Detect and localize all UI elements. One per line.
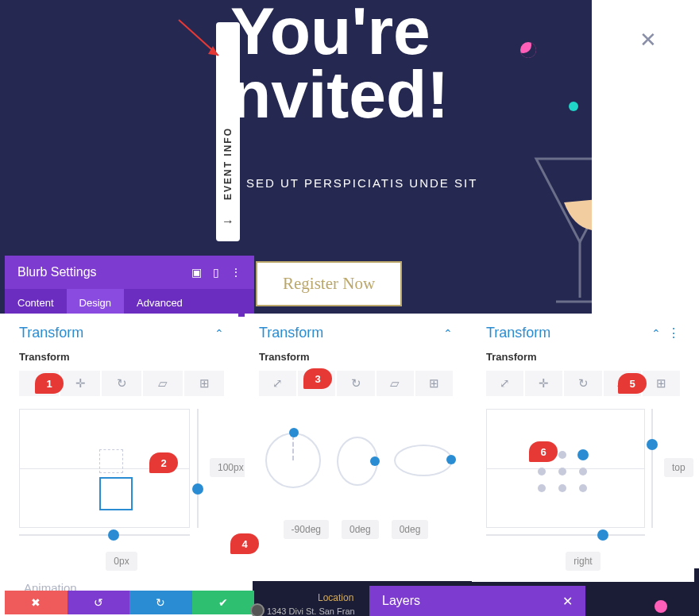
- tool-rotate[interactable]: ↻: [337, 371, 374, 396]
- horizontal-slider-thumb[interactable]: [597, 529, 608, 541]
- moon-icon: [520, 42, 536, 58]
- hero-subtitle: SED UT PERSPICIATIS UNDE SIT: [246, 176, 477, 190]
- settings-tabs: Content Design Advanced: [5, 289, 254, 317]
- focus-icon[interactable]: ▣: [191, 266, 202, 279]
- origin-preview[interactable]: [486, 409, 645, 528]
- tool-translate[interactable]: ✛: [298, 371, 335, 396]
- origin-x-value[interactable]: right: [566, 552, 600, 571]
- svg-line-0: [179, 20, 218, 56]
- rotate-x-handle[interactable]: [446, 455, 456, 464]
- horizontal-slider-track: [19, 534, 190, 536]
- origin-point[interactable]: [558, 451, 566, 459]
- origin-point-selected[interactable]: [577, 449, 589, 460]
- origin-point[interactable]: [538, 451, 546, 459]
- transform-panel-origin: Transform ⌃⋮ Transform ⤢ ✛ ↻ ▱ ⊞ top: [472, 314, 694, 582]
- rotate-z-value[interactable]: -90deg: [284, 520, 329, 539]
- chevron-up-icon[interactable]: ⌃: [651, 327, 661, 340]
- register-button[interactable]: Register Now: [256, 261, 402, 306]
- origin-point[interactable]: [558, 484, 566, 492]
- dial-indicator: [292, 435, 294, 460]
- columns-icon[interactable]: ▯: [213, 266, 219, 279]
- blurb-settings-panel: Blurb Settings ▣ ▯ ⋮ Content Design Adva…: [5, 256, 254, 317]
- horizontal-slider-track: [486, 534, 645, 536]
- tool-translate[interactable]: ✛: [525, 371, 562, 396]
- tool-origin[interactable]: ⊞: [184, 371, 224, 396]
- tab-content[interactable]: Content: [5, 289, 67, 317]
- hero-title-line2: nvited!: [230, 57, 449, 132]
- vertical-slider-thumb[interactable]: [647, 439, 658, 450]
- rotate-z-handle[interactable]: [289, 428, 299, 437]
- location-label: Location: [318, 592, 353, 603]
- vertical-slider-track: [651, 409, 653, 528]
- redo-button[interactable]: ↻: [129, 591, 192, 614]
- transform-panel-rotate: Transform ⌃ Transform ⤢ ✛ ↻ ▱ ⊞ -90deg 0…: [245, 314, 467, 550]
- location-address: 1343 Divi St. San Fran: [267, 606, 355, 616]
- discard-button[interactable]: ✖: [5, 591, 68, 614]
- offset-x-value[interactable]: 0px: [106, 552, 137, 571]
- original-shape-outline: [99, 449, 123, 473]
- arrow-right-icon: →: [222, 214, 234, 229]
- tab-design[interactable]: Design: [67, 289, 124, 317]
- origin-grid: [535, 449, 590, 493]
- chevron-up-icon[interactable]: ⌃: [214, 327, 224, 340]
- origin-point[interactable]: [538, 468, 546, 475]
- event-info-side-tab[interactable]: EVENT INFO →: [216, 22, 240, 241]
- resize-handle[interactable]: [250, 603, 265, 616]
- tool-scale[interactable]: ⤢: [19, 371, 59, 396]
- tool-origin[interactable]: ⊞: [643, 371, 680, 396]
- panel-action-bar: ✖ ↺ ↻ ✔: [5, 591, 254, 614]
- undo-button[interactable]: ↺: [68, 591, 130, 614]
- tool-skew[interactable]: ▱: [143, 371, 183, 396]
- rotate-x-dial[interactable]: [394, 445, 453, 476]
- tool-origin[interactable]: ⊞: [415, 371, 453, 396]
- section-heading[interactable]: Transform: [19, 325, 83, 341]
- vertical-slider-track: [197, 409, 199, 528]
- translate-preview[interactable]: [19, 409, 190, 528]
- transform-panel-translate: Transform ⌃ Transform ⤢ ✛ ↻ ▱ ⊞ 100px 0p…: [5, 314, 238, 582]
- confetti-dot: [569, 102, 578, 111]
- horizontal-slider-thumb[interactable]: [108, 529, 119, 541]
- close-icon[interactable]: ✕: [562, 594, 573, 609]
- layers-panel-header[interactable]: Layers ✕: [369, 586, 585, 616]
- hero-title: You're nvited!: [230, 0, 449, 127]
- section-heading[interactable]: Transform: [259, 325, 323, 341]
- vertical-slider-thumb[interactable]: [192, 483, 203, 495]
- tool-skew[interactable]: ▱: [377, 371, 414, 396]
- option-label: Transform: [5, 348, 238, 366]
- tool-skew[interactable]: ▱: [604, 371, 641, 396]
- close-icon[interactable]: ✕: [639, 28, 657, 52]
- layers-title: Layers: [382, 594, 420, 608]
- save-button[interactable]: ✔: [192, 591, 255, 614]
- origin-point[interactable]: [579, 468, 587, 475]
- tab-advanced[interactable]: Advanced: [124, 289, 195, 317]
- confetti-dot: [655, 600, 667, 613]
- option-label: Transform: [245, 348, 467, 366]
- tool-rotate[interactable]: ↻: [102, 371, 141, 396]
- kebab-menu-icon[interactable]: ⋮: [667, 326, 680, 340]
- kebab-menu-icon[interactable]: ⋮: [230, 266, 241, 279]
- tool-rotate[interactable]: ↻: [564, 371, 601, 396]
- martini-glass-illustration: [532, 155, 592, 314]
- section-heading[interactable]: Transform: [486, 325, 550, 341]
- origin-y-value[interactable]: top: [664, 458, 693, 477]
- translated-shape[interactable]: [99, 477, 133, 510]
- rotate-x-value[interactable]: 0deg: [392, 520, 429, 539]
- rotate-y-value[interactable]: 0deg: [342, 520, 379, 539]
- tool-scale[interactable]: ⤢: [486, 371, 523, 396]
- chevron-up-icon[interactable]: ⌃: [443, 327, 453, 340]
- origin-point[interactable]: [538, 484, 546, 492]
- tool-translate[interactable]: ✛: [60, 371, 100, 396]
- side-tab-label: EVENT INFO: [222, 127, 234, 200]
- tool-scale[interactable]: ⤢: [259, 371, 296, 396]
- rotate-y-handle[interactable]: [370, 456, 380, 466]
- option-label: Transform: [472, 348, 694, 366]
- panel-title: Blurb Settings: [17, 265, 97, 279]
- origin-point[interactable]: [558, 468, 566, 475]
- origin-point[interactable]: [579, 484, 587, 492]
